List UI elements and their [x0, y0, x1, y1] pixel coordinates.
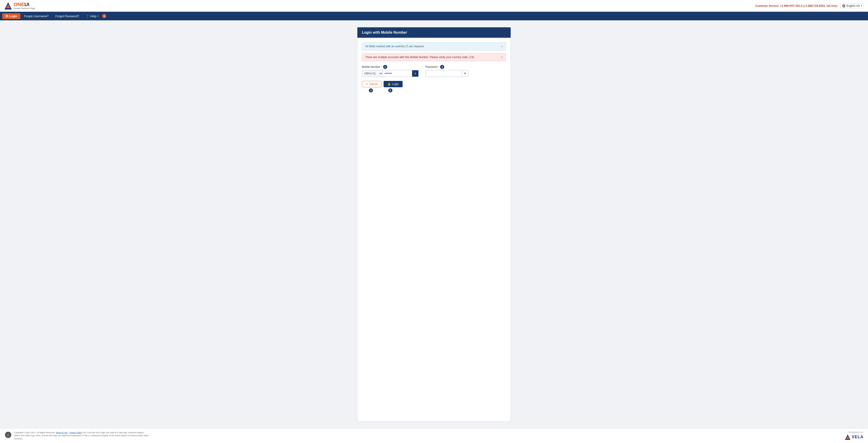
cancel-label: Cancel	[369, 83, 377, 86]
cancel-icon: ✕	[366, 83, 368, 86]
login-label: Login	[392, 83, 399, 86]
vela-logo-icon	[844, 434, 851, 440]
forgot-password-label: Forgot Password?	[55, 14, 79, 18]
country-code-select[interactable]: USA (+1) CAN (+1) MEX (+52) GBR (+44)	[362, 70, 383, 76]
login-step-num: 5	[388, 88, 393, 92]
password-input[interactable]	[426, 70, 462, 76]
mobile-input-wrapper: USA (+1) CAN (+1) MEX (+52) GBR (+44) ℹ	[362, 70, 418, 77]
header-right: Customer Service: +1-888-PAY-VELA (+1-88…	[755, 3, 864, 8]
logo-subtitle: Hosted Payment Page	[13, 7, 35, 10]
mobile-number-input[interactable]	[383, 70, 412, 76]
btn-row: ✕ Cancel 🔒 Login	[362, 81, 506, 87]
button-area: ✕ Cancel 🔒 Login 4 5	[362, 81, 506, 92]
logo-area: ONEUI. Hosted Payment Page	[4, 2, 35, 10]
lock-icon: 🔒	[388, 83, 391, 86]
step-circle-3: 3	[440, 65, 444, 69]
footer: D Copyright © 2022 VELA. All Rights Rese…	[0, 428, 868, 443]
help-label: Help	[90, 14, 96, 18]
customer-service: Customer Service: +1-888-PAY-VELA (+1-88…	[755, 4, 837, 7]
help-badge: 1	[102, 14, 106, 18]
top-header: ONEUI. Hosted Payment Page Customer Serv…	[0, 0, 868, 12]
required-star-mobile: *	[381, 66, 382, 68]
language-label: English US	[846, 4, 860, 7]
login-button[interactable]: 🔒 Login	[383, 81, 402, 87]
privacy-link[interactable]: Privacy Policy	[69, 432, 82, 434]
help-button[interactable]: ❓ Help ▾	[83, 13, 102, 19]
logo-title: ONEUI.	[13, 2, 35, 7]
svg-text:D: D	[7, 434, 9, 437]
main-content: Login with Mobile Number All fields mark…	[0, 20, 868, 428]
password-label: Password * 3	[426, 65, 468, 69]
mobile-info-button[interactable]: ℹ	[412, 70, 418, 76]
mobile-number-group: Mobile Number * 2 USA (+1) CAN (+1) MEX …	[362, 65, 418, 77]
required-star-password: *	[438, 66, 439, 68]
info-alert: All fields marked with an asterisk (*) a…	[362, 42, 506, 51]
login-nav-icon: ⏻	[5, 14, 8, 18]
login-nav-button[interactable]: ⏻ Login	[2, 13, 20, 19]
logo-icon	[4, 2, 12, 10]
terms-link[interactable]: Terms of Use	[56, 432, 68, 434]
footer-logo-icon: D	[4, 431, 12, 439]
error-alert: There are multiple accounts with this Mo…	[362, 53, 506, 61]
nav-bar: ⏻ Login Forgot Username? Forgot Password…	[0, 12, 868, 20]
forgot-password-button[interactable]: Forgot Password?	[52, 13, 83, 19]
forgot-username-button[interactable]: Forgot Username?	[21, 13, 52, 19]
powered-by-label: POWERED BY	[848, 431, 864, 434]
form-row: Mobile Number * 2 USA (+1) CAN (+1) MEX …	[362, 65, 506, 77]
help-icon: ❓	[86, 15, 89, 18]
footer-left: D Copyright © 2022 VELA. All Rights Rese…	[4, 431, 150, 441]
footer-right: POWERED BY VELA	[844, 431, 864, 440]
login-card-body: All fields marked with an asterisk (*) a…	[358, 38, 510, 97]
footer-text: Copyright © 2022 VELA. All Rights Reserv…	[14, 431, 150, 441]
error-alert-close[interactable]: ×	[499, 56, 503, 59]
password-input-wrapper: 👁	[426, 70, 468, 77]
globe-icon	[842, 4, 845, 7]
language-selector[interactable]: English US ▾	[840, 3, 864, 8]
info-alert-close[interactable]: ×	[499, 45, 503, 48]
login-nav-label: Login	[9, 14, 17, 18]
info-icon: ℹ	[415, 72, 416, 75]
password-group: Password * 3 👁	[426, 65, 468, 77]
vela-text: VELA	[852, 435, 864, 439]
password-toggle-button[interactable]: 👁	[462, 70, 468, 76]
login-card-header: Login with Mobile Number	[358, 27, 510, 38]
error-alert-text: There are multiple accounts with this Mo…	[365, 56, 474, 59]
login-card: Login with Mobile Number All fields mark…	[357, 27, 511, 421]
btn-step-labels: 4 5	[362, 88, 506, 92]
help-dropdown-icon: ▾	[97, 15, 98, 17]
step-circle-2: 2	[383, 65, 387, 69]
login-card-title: Login with Mobile Number	[362, 31, 407, 34]
mobile-number-label: Mobile Number * 2	[362, 65, 418, 69]
chevron-down-icon: ▾	[861, 5, 862, 7]
cancel-step-num: 4	[369, 88, 373, 92]
cancel-button[interactable]: ✕ Cancel	[362, 81, 381, 87]
forgot-username-label: Forgot Username?	[24, 14, 49, 18]
vela-logo: VELA	[844, 434, 864, 440]
info-alert-text: All fields marked with an asterisk (*) a…	[365, 45, 424, 48]
eye-icon: 👁	[464, 72, 467, 75]
